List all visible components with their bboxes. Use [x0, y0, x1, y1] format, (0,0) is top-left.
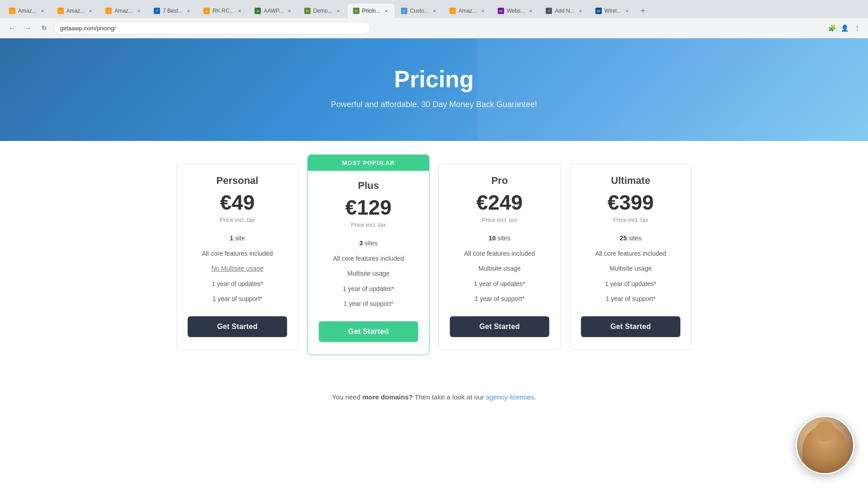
support-ultimate: 1 year of support*: [581, 295, 680, 304]
hero-section: Pricing Powerful and affordable. 30 Day …: [0, 38, 868, 141]
plan-price-ultimate: €399: [581, 190, 680, 215]
pricing-section: Personal €49 Price incl. tax 1 site All …: [140, 141, 728, 382]
plan-features-plus: 3 sites All core features included Multi…: [319, 239, 418, 309]
support-pro: 1 year of support*: [450, 295, 549, 304]
get-started-pro[interactable]: Get Started: [450, 316, 549, 337]
plan-name-plus: Plus: [319, 180, 418, 192]
more-icon[interactable]: ⋮: [852, 23, 863, 33]
support-plus: 1 year of support*: [319, 300, 418, 309]
tab-6[interactable]: AAAWP...✕: [249, 4, 297, 18]
browser-chrome: aAmaz...✕ aAmaz...✕ aAmaz...✕ 77 Best...…: [0, 0, 868, 38]
reload-button[interactable]: ↻: [38, 22, 51, 34]
address-bar: ← → ↻ 🧩 👤 ⋮: [0, 18, 868, 38]
profile-icon[interactable]: 👤: [839, 23, 850, 33]
core-features-ultimate: All core features included: [581, 249, 680, 258]
price-note-personal: Price incl. tax: [188, 216, 287, 223]
plan-name-ultimate: Ultimate: [581, 175, 680, 187]
get-started-plus[interactable]: Get Started: [319, 321, 418, 342]
updates-plus: 1 year of updates*: [319, 285, 418, 294]
tab-10[interactable]: aAmaz...✕: [444, 4, 491, 18]
sites-plus: 3 sites: [319, 239, 418, 248]
extensions-icon[interactable]: 🧩: [826, 23, 837, 33]
plan-plus: MOST POPULAR Plus €129 Price incl. tax 3…: [307, 155, 429, 355]
bottom-note-highlight: more domains?: [362, 393, 413, 401]
plan-features-ultimate: 25 sites All core features included Mult…: [581, 234, 680, 304]
tab-5[interactable]: aRK RC...✕: [198, 4, 248, 18]
pricing-cards: Personal €49 Price incl. tax 1 site All …: [167, 164, 701, 355]
price-note-pro: Price incl. tax: [450, 216, 549, 223]
hero-subtitle: Powerful and affordable. 30 Day Money Ba…: [9, 100, 859, 109]
updates-personal: 1 year of updates*: [188, 280, 287, 289]
tab-2[interactable]: aAmaz...✕: [52, 4, 99, 18]
plan-personal: Personal €49 Price incl. tax 1 site All …: [176, 164, 298, 350]
tab-13[interactable]: WWirel...✕: [590, 4, 636, 18]
agency-licenses-link[interactable]: agency licenses: [486, 393, 534, 401]
multisite-personal: No Multisite usage: [188, 264, 287, 273]
core-features-pro: All core features included: [450, 249, 549, 258]
bottom-note: You need more domains? Then take a look …: [0, 382, 868, 412]
tab-4[interactable]: 77 Best...✕: [148, 4, 197, 18]
plan-price-plus: €129: [319, 195, 418, 220]
tab-1[interactable]: aAmaz...✕: [4, 4, 51, 18]
bottom-note-suffix: .: [534, 393, 536, 401]
bottom-note-middle: Then take a look at our: [413, 393, 486, 401]
plan-pro: Pro €249 Price incl. tax 10 sites All co…: [439, 164, 561, 350]
sites-pro: 10 sites: [450, 234, 549, 243]
plan-ultimate: Ultimate €399 Price incl. tax 25 sites A…: [570, 164, 692, 350]
tab-8-active[interactable]: PPricin...✕: [348, 4, 395, 18]
plan-price-pro: €249: [450, 190, 549, 215]
hero-title: Pricing: [9, 66, 859, 93]
updates-pro: 1 year of updates*: [450, 280, 549, 289]
tab-7[interactable]: DDemo...✕: [299, 4, 347, 18]
bottom-note-prefix: You need: [332, 393, 362, 401]
most-popular-badge: MOST POPULAR: [308, 155, 429, 171]
core-features-plus: All core features included: [319, 254, 418, 263]
tab-9[interactable]: CCusto...✕: [396, 4, 443, 18]
toolbar-icons: 🧩 👤 ⋮: [826, 23, 863, 33]
price-note-plus: Price incl. tax: [319, 221, 418, 228]
get-started-ultimate[interactable]: Get Started: [581, 316, 680, 337]
plan-features-personal: 1 site All core features included No Mul…: [188, 234, 287, 304]
new-tab-button[interactable]: +: [637, 5, 649, 17]
sites-ultimate: 25 sites: [581, 234, 680, 243]
core-features-personal: All core features included: [188, 249, 287, 258]
support-personal: 1 year of support*: [188, 295, 287, 304]
tab-3[interactable]: aAmaz...✕: [100, 4, 147, 18]
price-note-ultimate: Price incl. tax: [581, 216, 680, 223]
forward-button[interactable]: →: [22, 22, 34, 34]
plan-price-personal: €49: [188, 190, 287, 215]
multisite-pro: Multisite usage: [450, 264, 549, 273]
url-input[interactable]: [54, 22, 371, 34]
back-button[interactable]: ←: [5, 22, 18, 34]
sites-personal: 1 site: [188, 234, 287, 243]
multisite-plus: Multisite usage: [319, 269, 418, 278]
tab-11[interactable]: WWebs...✕: [492, 4, 539, 18]
tab-12[interactable]: +Add N...✕: [540, 4, 589, 18]
multisite-ultimate: Multisite usage: [581, 264, 680, 273]
updates-ultimate: 1 year of updates*: [581, 280, 680, 289]
get-started-personal[interactable]: Get Started: [188, 316, 287, 337]
plan-features-pro: 10 sites All core features included Mult…: [450, 234, 549, 304]
plan-name-pro: Pro: [450, 175, 549, 187]
tab-bar: aAmaz...✕ aAmaz...✕ aAmaz...✕ 77 Best...…: [0, 0, 868, 18]
plan-name-personal: Personal: [188, 175, 287, 187]
